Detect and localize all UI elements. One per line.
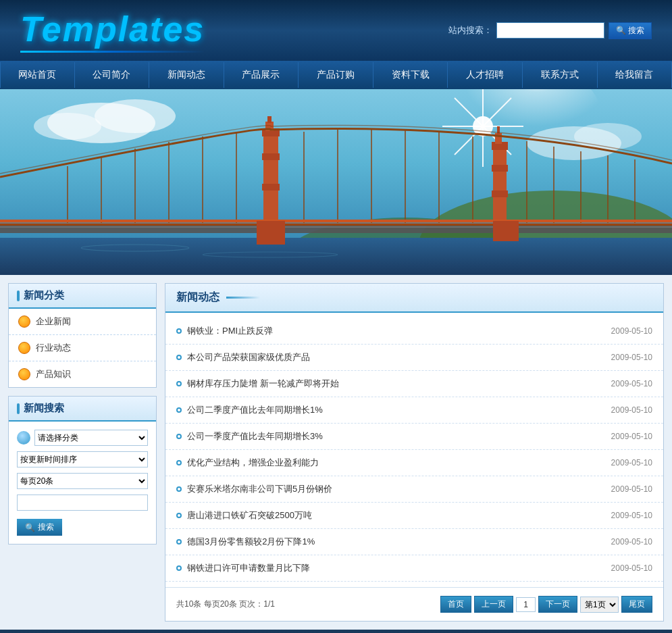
svg-rect-31: [497, 126, 500, 134]
nav-link-products[interactable]: 产品展示: [224, 62, 299, 88]
content-title: 新闻动态: [176, 290, 219, 305]
news-list-item[interactable]: 安赛乐米塔尔南非公司下调5月份钢价2009-05-10: [165, 476, 663, 503]
news-list-item[interactable]: 公司二季度产值比去年同期增长1%2009-05-10: [165, 397, 663, 424]
search-sort-select[interactable]: 按更新时间排序: [17, 451, 148, 467]
banner: [0, 89, 672, 275]
next-page-button[interactable]: 下一页: [538, 596, 577, 613]
sidebar-item-industry[interactable]: 行业动态: [9, 335, 156, 361]
news-bullet-icon: [176, 539, 182, 545]
sidebar-item-label: 行业动态: [36, 342, 71, 354]
news-list-item[interactable]: 钢铁业：PMI止跌反弹2009-05-10: [165, 318, 663, 345]
news-item-date: 2009-05-10: [611, 405, 652, 415]
news-item-title: 公司一季度产值比去年同期增长3%: [187, 430, 323, 442]
news-item-date: 2009-05-10: [611, 326, 652, 336]
search-icon: 🔍: [616, 26, 626, 35]
news-list-item[interactable]: 钢材库存压力陡增 新一轮减产即将开始2009-05-10: [165, 371, 663, 397]
news-item-date: 2009-05-10: [611, 353, 652, 362]
search-category-select[interactable]: 请选择分类: [34, 430, 148, 446]
page-select[interactable]: 第1页: [580, 597, 619, 613]
prev-page-button[interactable]: 上一页: [474, 596, 513, 613]
header: Templates 站内搜索： 🔍 搜索: [0, 0, 672, 61]
news-item-title: 优化产业结构，增强企业盈利能力: [187, 457, 319, 469]
nav-item-download: 资料下载: [373, 62, 448, 88]
news-item-title: 钢铁业：PMI止跌反弹: [187, 325, 273, 337]
search-area: 站内搜索： 🔍 搜索: [448, 22, 652, 39]
nav-item-news: 新闻动态: [149, 62, 224, 88]
sidebar-item-label: 产品知识: [36, 368, 71, 380]
news-search-section: 新闻搜索 请选择分类 按更新时间排序 每页20条 🔍 搜索: [8, 396, 157, 545]
news-bullet-icon: [176, 381, 182, 386]
svg-rect-52: [493, 221, 519, 241]
news-category-title: 新闻分类: [9, 284, 156, 309]
news-list-item[interactable]: 本公司产品荣获国家级优质产品2009-05-10: [165, 345, 663, 371]
news-list-item[interactable]: 钢铁进口许可申请数量月比下降2009-05-10: [165, 555, 663, 582]
search-icon: [17, 431, 30, 445]
pagination-controls: 首页 上一页 1 下一页 第1页 尾页: [440, 596, 652, 613]
nav-link-contact[interactable]: 联系方式: [523, 62, 598, 88]
sidebar-item-label: 企业新闻: [36, 315, 71, 328]
news-bullet-icon: [176, 355, 182, 360]
nav-item-recruit: 人才招聘: [448, 62, 523, 88]
pagination-bar: 共10条 每页20条 页次：1/1 首页 上一页 1 下一页 第1页 尾页: [165, 587, 663, 621]
content-title-bar: [226, 297, 260, 299]
svg-point-9: [34, 113, 101, 140]
nav-link-order[interactable]: 产品订购: [299, 62, 373, 88]
content-area: 新闻动态 钢铁业：PMI止跌反弹2009-05-10本公司产品荣获国家级优质产品…: [165, 283, 664, 622]
current-page: 1: [516, 597, 536, 612]
search-button[interactable]: 🔍 搜索: [609, 22, 652, 39]
nav-item-products: 产品展示: [224, 62, 299, 88]
nav-item-message: 给我留言: [598, 62, 673, 88]
svg-rect-22: [262, 153, 280, 160]
search-text-input[interactable]: [17, 495, 148, 511]
main-content: 新闻分类 企业新闻行业动态产品知识 新闻搜索 请选择分类 按更新时间排序 每页2…: [0, 275, 672, 630]
news-item-date: 2009-05-10: [611, 432, 652, 441]
nav-list: 网站首页公司简介新闻动态产品展示产品订购资料下载人才招聘联系方式给我留言: [0, 62, 672, 88]
news-bullet-icon: [176, 460, 182, 465]
news-item-title: 钢材库存压力陡增 新一轮减产即将开始: [187, 378, 339, 390]
nav-item-about: 公司简介: [75, 62, 150, 88]
pagination-info: 共10条 每页20条 页次：1/1: [176, 599, 275, 610]
svg-rect-25: [267, 116, 272, 123]
sidebar-item-enterprise[interactable]: 企业新闻: [9, 309, 156, 335]
nav-link-news[interactable]: 新闻动态: [149, 62, 224, 88]
news-list-item[interactable]: 优化产业结构，增强企业盈利能力2009-05-10: [165, 450, 663, 476]
nav-item-order: 产品订购: [299, 62, 373, 88]
news-bullet-icon: [176, 565, 182, 571]
nav-link-about[interactable]: 公司简介: [75, 62, 150, 88]
orange-dot-icon: [18, 368, 30, 380]
news-list-item[interactable]: 德国3月份零售额较2月份下降1%2009-05-10: [165, 529, 663, 555]
last-page-button[interactable]: 尾页: [621, 596, 652, 613]
news-item-title: 钢铁进口许可申请数量月比下降: [187, 562, 310, 574]
news-search-title: 新闻搜索: [9, 397, 156, 422]
svg-rect-50: [0, 224, 672, 226]
svg-rect-28: [492, 165, 508, 172]
news-item-date: 2009-05-10: [611, 379, 652, 388]
news-list-item[interactable]: 唐山港进口铁矿石突破2500万吨2009-05-10: [165, 503, 663, 529]
news-bullet-icon: [176, 486, 182, 492]
nav-link-home[interactable]: 网站首页: [0, 62, 75, 88]
logo: Templates: [20, 9, 205, 53]
svg-rect-23: [262, 184, 280, 191]
news-item-title: 本公司产品荣获国家级优质产品: [187, 351, 310, 363]
news-list-item[interactable]: 公司一季度产值比去年同期增长3%2009-05-10: [165, 424, 663, 450]
svg-rect-26: [493, 143, 507, 228]
nav: 网站首页公司简介新闻动态产品展示产品订购资料下载人才招聘联系方式给我留言: [0, 61, 672, 89]
search-input[interactable]: [496, 22, 604, 39]
first-page-button[interactable]: 首页: [440, 596, 471, 613]
svg-rect-14: [0, 238, 672, 275]
nav-link-message[interactable]: 给我留言: [598, 62, 673, 88]
search-perpage-select[interactable]: 每页20条: [17, 473, 148, 489]
search-label: 站内搜索：: [448, 24, 492, 36]
news-bullet-icon: [176, 513, 182, 518]
nav-link-recruit[interactable]: 人才招聘: [448, 62, 523, 88]
svg-rect-20: [263, 130, 278, 228]
news-item-date: 2009-05-10: [611, 537, 652, 547]
nav-link-download[interactable]: 资料下载: [373, 62, 448, 88]
nav-item-contact: 联系方式: [523, 62, 598, 88]
news-item-title: 德国3月份零售额较2月份下降1%: [187, 536, 315, 548]
footer: | 公司介绍 | 联系方法 | 友情链接 | 企业网站管理系统 Copyrigh…: [0, 630, 672, 633]
news-list: 钢铁业：PMI止跌反弹2009-05-10本公司产品荣获国家级优质产品2009-…: [165, 313, 663, 587]
news-search-button[interactable]: 🔍 搜索: [17, 519, 62, 536]
sidebar-item-product-knowledge[interactable]: 产品知识: [9, 361, 156, 387]
search-small-icon: 🔍: [25, 523, 35, 532]
